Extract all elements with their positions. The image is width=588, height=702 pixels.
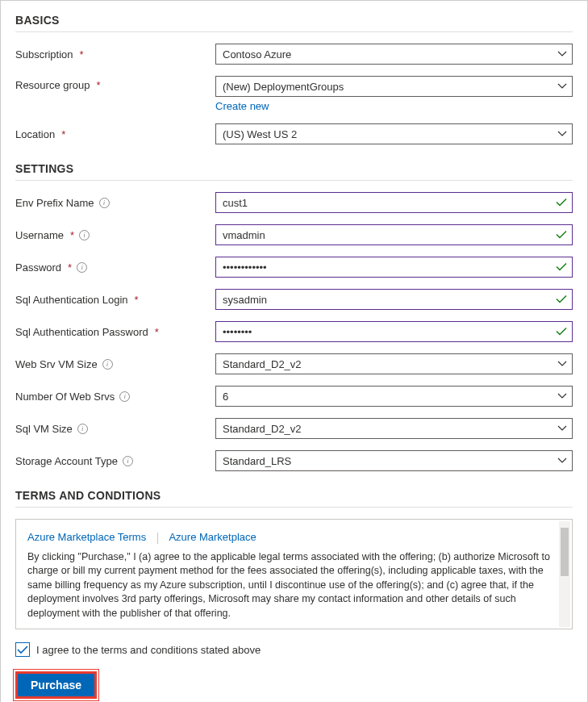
divider (157, 533, 158, 544)
terms-body: By clicking "Purchase," I (a) agree to t… (27, 550, 557, 621)
row-subscription: Subscription* Contoso Azure (15, 44, 573, 65)
chevron-down-icon (557, 51, 567, 57)
chevron-down-icon (557, 361, 567, 367)
storage-type-select[interactable]: Standard_LRS (215, 450, 573, 471)
row-location: Location* (US) West US 2 (15, 123, 573, 144)
username-label: Username* i (15, 229, 215, 241)
resource-group-value: (New) DeploymentGroups (223, 81, 344, 93)
check-icon (556, 295, 567, 304)
info-icon[interactable]: i (99, 198, 110, 208)
location-value: (US) West US 2 (223, 128, 297, 140)
row-password: Password* i •••••••••••• (15, 257, 573, 278)
subscription-label: Subscription* (15, 48, 215, 61)
password-input[interactable]: •••••••••••• (215, 257, 573, 278)
info-icon[interactable]: i (79, 230, 90, 240)
info-icon[interactable]: i (123, 456, 133, 466)
section-terms-title: TERMS AND CONDITIONS (15, 489, 573, 508)
resource-group-select[interactable]: (New) DeploymentGroups (215, 76, 573, 97)
marketplace-terms-link[interactable]: Azure Marketplace Terms (27, 531, 146, 543)
agree-row: I agree to the terms and conditions stat… (15, 642, 573, 657)
row-env-prefix: Env Prefix Name i cust1 (15, 192, 573, 213)
resource-group-label: Resource group* (15, 76, 215, 91)
username-input[interactable]: vmadmin (215, 224, 573, 245)
row-storage-type: Storage Account Type i Standard_LRS (15, 450, 573, 471)
create-new-link[interactable]: Create new (215, 100, 269, 112)
check-icon (556, 328, 567, 336)
subscription-value: Contoso Azure (223, 48, 291, 61)
chevron-down-icon (557, 425, 567, 432)
terms-links: Azure Marketplace Terms Azure Marketplac… (27, 528, 557, 544)
info-icon[interactable]: i (77, 262, 87, 273)
check-icon (17, 646, 28, 654)
num-web-srvs-select[interactable]: 6 (215, 386, 573, 407)
sql-password-label: Sql Authentication Password* (15, 326, 215, 338)
check-icon (556, 231, 567, 240)
purchase-button[interactable]: Purchase (15, 671, 97, 699)
info-icon[interactable]: i (102, 359, 113, 370)
sql-password-input[interactable]: •••••••• (215, 321, 573, 342)
location-select[interactable]: (US) West US 2 (215, 123, 573, 144)
row-sql-login: Sql Authentication Login* sysadmin (15, 289, 573, 310)
chevron-down-icon (557, 393, 567, 399)
section-basics-title: BASICS (15, 14, 573, 32)
form-panel: BASICS Subscription* Contoso Azure Resou… (0, 0, 588, 702)
web-vm-size-label: Web Srv VM Size i (15, 358, 215, 370)
sql-login-label: Sql Authentication Login* (15, 294, 215, 306)
info-icon[interactable]: i (77, 424, 88, 434)
row-sql-password: Sql Authentication Password* •••••••• (15, 321, 573, 342)
chevron-down-icon (557, 83, 567, 90)
storage-type-label: Storage Account Type i (15, 455, 215, 467)
section-settings-title: SETTINGS (15, 162, 573, 181)
agree-checkbox[interactable] (15, 642, 30, 657)
row-web-vm-size: Web Srv VM Size i Standard_D2_v2 (15, 353, 573, 374)
chevron-down-icon (557, 131, 567, 137)
sql-login-input[interactable]: sysadmin (215, 289, 573, 310)
subscription-select[interactable]: Contoso Azure (215, 44, 573, 65)
web-vm-size-select[interactable]: Standard_D2_v2 (215, 353, 573, 374)
row-num-web-srvs: Number Of Web Srvs i 6 (15, 386, 573, 407)
location-label: Location* (15, 128, 215, 140)
scrollbar-thumb[interactable] (561, 528, 569, 576)
sql-vm-size-select[interactable]: Standard_D2_v2 (215, 418, 573, 439)
sql-vm-size-label: Sql VM Size i (15, 423, 215, 435)
env-prefix-input[interactable]: cust1 (215, 192, 573, 213)
num-web-srvs-label: Number Of Web Srvs i (15, 391, 215, 403)
row-resource-group: Resource group* (New) DeploymentGroups C… (15, 76, 573, 112)
marketplace-link[interactable]: Azure Marketplace (169, 531, 256, 543)
check-icon (556, 198, 567, 207)
row-sql-vm-size: Sql VM Size i Standard_D2_v2 (15, 418, 573, 439)
env-prefix-label: Env Prefix Name i (15, 197, 215, 209)
check-icon (556, 263, 567, 272)
agree-label: I agree to the terms and conditions stat… (36, 644, 261, 656)
info-icon[interactable]: i (119, 391, 130, 402)
scrollbar[interactable] (559, 521, 570, 627)
row-username: Username* i vmadmin (15, 224, 573, 245)
password-label: Password* i (15, 261, 215, 274)
terms-box: Azure Marketplace Terms Azure Marketplac… (15, 519, 573, 629)
chevron-down-icon (557, 458, 567, 464)
